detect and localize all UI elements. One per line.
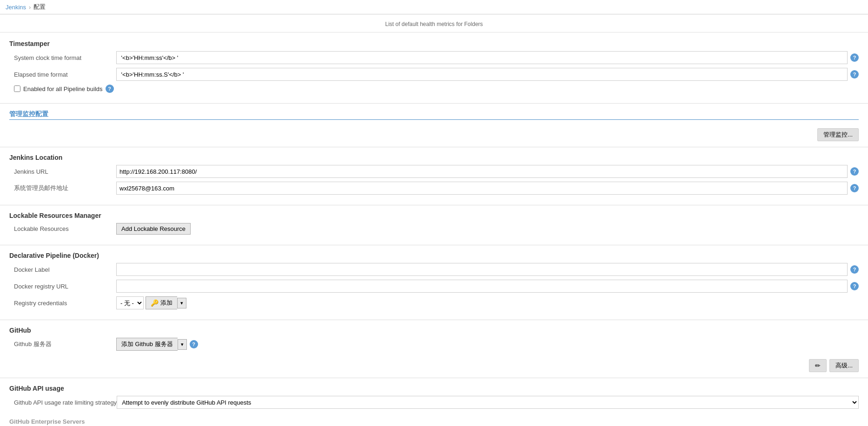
add-credentials-btn[interactable]: 🔑 添加 — [146, 296, 177, 309]
lockable-resources-row: Lockable Resources Add Lockable Resource — [9, 223, 859, 235]
timestamper-section: Timestamper System clock time format ? E… — [0, 37, 868, 99]
docker-label-help-icon[interactable]: ? — [850, 265, 859, 274]
jenkins-url-row: Jenkins URL ? — [9, 165, 859, 178]
docker-label-input[interactable] — [116, 263, 848, 276]
pipeline-checkbox-label: Enabled for all Pipeline builds — [23, 85, 103, 92]
monitoring-title: 管理监控配置 — [9, 110, 859, 120]
elapsed-time-input-wrap: ? — [116, 68, 859, 81]
jenkins-location-section: Jenkins Location Jenkins URL ? 系统管理员邮件地址… — [0, 151, 868, 201]
jenkins-url-help-icon[interactable]: ? — [850, 167, 859, 176]
system-clock-input[interactable] — [116, 51, 848, 64]
system-clock-input-wrap: ? — [116, 51, 859, 64]
admin-email-label: 系统管理员邮件地址 — [14, 184, 116, 192]
system-clock-row: System clock time format ? — [9, 51, 859, 64]
system-clock-help-icon[interactable]: ? — [850, 53, 859, 62]
pipeline-checkbox-help-icon[interactable]: ? — [106, 85, 114, 93]
health-note: List of default health metrics for Folde… — [0, 19, 868, 33]
monitoring-btn[interactable]: 管理监控... — [817, 128, 859, 141]
add-credentials-label: 添加 — [160, 299, 172, 307]
breadcrumb-sep: › — [29, 4, 31, 11]
admin-email-help-icon[interactable]: ? — [850, 184, 859, 192]
registry-credentials-row: Registry credentials - 无 - 🔑 添加 ▾ — [9, 296, 859, 309]
add-github-server-btn[interactable]: 添加 Github 服务器 — [116, 338, 178, 351]
registry-credentials-input-wrap: - 无 - 🔑 添加 ▾ — [116, 296, 859, 309]
config-label: 配置 — [33, 3, 46, 11]
github-section: GitHub Github 服务器 添加 Github 服务器 ▾ ? — [0, 324, 868, 357]
lockable-resources-input-wrap: Add Lockable Resource — [116, 223, 859, 235]
admin-email-row: 系统管理员邮件地址 ? — [9, 182, 859, 195]
monitoring-btn-row: 管理监控... — [0, 126, 868, 143]
github-api-rate-limit-input-wrap: Attempt to evenly distribute GitHub API … — [117, 396, 859, 409]
docker-registry-url-row: Docker registry URL ? — [9, 280, 859, 293]
pencil-btn[interactable]: ✏ — [809, 359, 827, 372]
advanced-btn[interactable]: 高级... — [829, 359, 859, 372]
docker-registry-url-label: Docker registry URL — [14, 283, 116, 290]
docker-registry-url-input-wrap: ? — [116, 280, 859, 293]
github-right-actions: ✏ 高级... — [0, 357, 868, 374]
jenkins-url-input[interactable] — [116, 165, 848, 178]
monitoring-section: 管理监控配置 — [0, 107, 868, 126]
pipeline-checkbox-row: Enabled for all Pipeline builds ? — [9, 85, 859, 93]
jenkins-link[interactable]: Jenkins — [6, 4, 26, 11]
lockable-resources-section: Lockable Resources Manager Lockable Reso… — [0, 209, 868, 241]
github-title: GitHub — [9, 327, 859, 334]
lockable-resources-title: Lockable Resources Manager — [9, 212, 859, 219]
github-server-row: Github 服务器 添加 Github 服务器 ▾ ? — [9, 338, 859, 351]
breadcrumb: Jenkins › 配置 — [0, 0, 868, 14]
admin-email-input[interactable] — [116, 182, 848, 195]
system-clock-label: System clock time format — [14, 54, 116, 61]
jenkins-url-input-wrap: ? — [116, 165, 859, 178]
jenkins-location-title: Jenkins Location — [9, 154, 859, 161]
pencil-icon: ✏ — [815, 362, 821, 369]
github-api-title: GitHub API usage — [9, 385, 859, 392]
key-icon: 🔑 — [151, 299, 159, 307]
github-server-input-wrap: 添加 Github 服务器 ▾ ? — [116, 338, 859, 351]
timestamper-title: Timestamper — [9, 40, 859, 47]
docker-registry-url-help-icon[interactable]: ? — [850, 282, 859, 290]
docker-label-row: Docker Label ? — [9, 263, 859, 276]
github-enterprise-section: GitHub Enterprise Servers — [0, 415, 868, 426]
add-github-server-dropdown: 添加 Github 服务器 ▾ — [116, 338, 187, 351]
declarative-pipeline-section: Declarative Pipeline (Docker) Docker Lab… — [0, 249, 868, 316]
elapsed-time-label: Elapsed time format — [14, 71, 116, 78]
elapsed-time-help-icon[interactable]: ? — [850, 70, 859, 79]
github-server-help-icon[interactable]: ? — [190, 340, 198, 348]
docker-label-label: Docker Label — [14, 266, 116, 273]
registry-credentials-select[interactable]: - 无 - — [116, 296, 144, 309]
elapsed-time-input[interactable] — [116, 68, 848, 81]
github-enterprise-title: GitHub Enterprise Servers — [9, 418, 859, 425]
admin-email-input-wrap: ? — [116, 182, 859, 195]
lockable-resources-label: Lockable Resources — [14, 225, 116, 232]
add-lockable-resource-btn[interactable]: Add Lockable Resource — [116, 223, 191, 235]
github-api-rate-limit-row: Github API usage rate limiting strategy … — [9, 396, 859, 409]
add-github-server-arrow[interactable]: ▾ — [178, 339, 187, 350]
github-api-section: GitHub API usage Github API usage rate l… — [0, 382, 868, 415]
registry-credentials-label: Registry credentials — [14, 300, 116, 307]
pipeline-checkbox[interactable] — [14, 85, 20, 92]
github-server-label: Github 服务器 — [14, 340, 116, 348]
elapsed-time-row: Elapsed time format ? — [9, 68, 859, 81]
jenkins-url-label: Jenkins URL — [14, 168, 116, 175]
github-api-rate-limit-label: Github API usage rate limiting strategy — [14, 399, 117, 406]
docker-label-input-wrap: ? — [116, 263, 859, 276]
github-api-rate-limit-select[interactable]: Attempt to evenly distribute GitHub API … — [117, 396, 859, 409]
declarative-pipeline-title: Declarative Pipeline (Docker) — [9, 252, 859, 259]
docker-registry-url-input[interactable] — [116, 280, 848, 293]
add-credentials-dropdown: 🔑 添加 ▾ — [146, 296, 186, 309]
add-credentials-arrow[interactable]: ▾ — [177, 298, 186, 308]
